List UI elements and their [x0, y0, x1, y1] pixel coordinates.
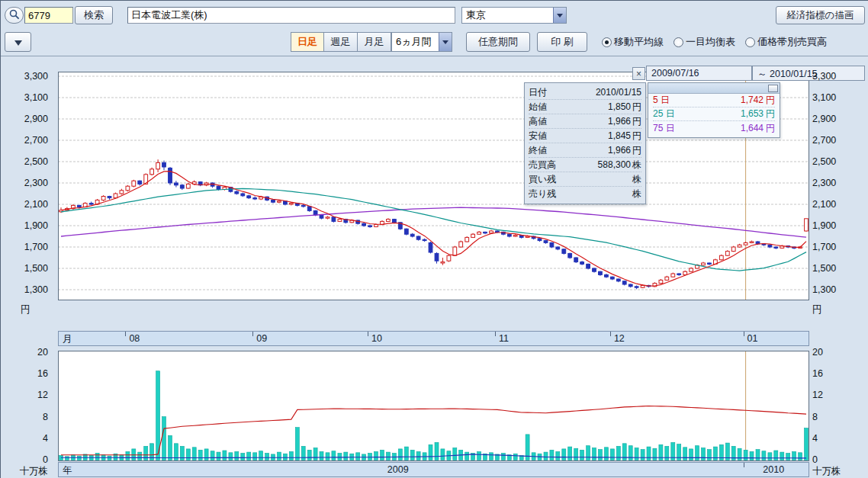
- price-axis-label: 2,900: [4, 113, 48, 125]
- legend-row: 75 日1,644円: [653, 121, 775, 135]
- period-select[interactable]: 6ヵ月間: [391, 32, 452, 52]
- price-axis-label: 1,900: [4, 220, 48, 232]
- volume-axis-unit: 十万株: [4, 465, 48, 477]
- legend-ma-label: 75 日: [653, 122, 675, 135]
- legend-row: 5 日1,742円: [653, 94, 775, 107]
- search-icon-button[interactable]: [5, 7, 24, 24]
- search-icon: [8, 8, 21, 21]
- overlay-radio-group: 移動平均線 一目均衡表 価格帯別売買高: [602, 32, 827, 52]
- year-label: 2009: [387, 464, 409, 475]
- price-axis-label: 3,100: [4, 91, 48, 104]
- price-axis-label: 3,100: [812, 91, 857, 104]
- tab-weekly[interactable]: 週足: [324, 32, 358, 52]
- legend-ma-label: 25 日: [653, 107, 675, 120]
- info-value: 588,300株: [598, 159, 641, 172]
- close-icon[interactable]: ×: [632, 67, 645, 80]
- tab-daily[interactable]: 日足: [291, 32, 324, 52]
- info-label: 安値: [529, 130, 547, 143]
- month-label: 11: [499, 333, 509, 344]
- price-axis-label: 2,500: [4, 156, 48, 168]
- month-boundary-tick: [744, 332, 744, 336]
- price-axis-label: 2,500: [812, 156, 857, 168]
- radio-label: 移動平均線: [614, 35, 664, 49]
- price-axis-label: 3,300: [812, 70, 857, 82]
- volume-chart[interactable]: [58, 351, 809, 461]
- info-row: 終値1,966円: [529, 143, 641, 158]
- legend-minimize-button[interactable]: [768, 85, 778, 92]
- period-value: 6ヵ月間: [392, 35, 439, 49]
- month-boundary-tick: [252, 332, 253, 336]
- legend-ma-label: 5 日: [653, 94, 670, 107]
- legend-header: [648, 83, 780, 94]
- month-boundary-tick: [125, 332, 126, 336]
- chart-region: 円 円 月080910111201 十万株 十万株 年20092010 × 20…: [1, 56, 868, 478]
- volume-axis-label: 8: [812, 411, 857, 423]
- month-label: 08: [129, 333, 140, 344]
- volume-axis-label: 4: [4, 432, 48, 444]
- month-label: 09: [256, 333, 267, 344]
- info-label: 売り残: [529, 188, 556, 201]
- info-row: 高値1,966円: [529, 114, 641, 129]
- stock-code-input[interactable]: [24, 7, 73, 24]
- print-button[interactable]: 印 刷: [537, 32, 587, 52]
- search-button[interactable]: 検索: [75, 6, 113, 24]
- price-axis-label: 2,900: [812, 113, 857, 125]
- radio-label: 一目均衡表: [686, 35, 735, 49]
- info-label: 始値: [529, 101, 547, 114]
- radio-icon: [745, 37, 755, 47]
- volume-axis-label: 20: [812, 346, 857, 358]
- volume-axis-label: 20: [4, 346, 48, 358]
- price-axis-unit: 円: [21, 303, 31, 316]
- volume-axis-label: 12: [812, 389, 857, 401]
- price-axis-label: 1,300: [4, 284, 48, 296]
- economic-indicators-button[interactable]: 経済指標の描画: [776, 6, 865, 24]
- info-value: 1,845円: [608, 130, 641, 143]
- month-boundary-tick: [495, 332, 496, 336]
- stock-name-input[interactable]: [127, 7, 455, 24]
- info-row: 日付2010/01/15: [529, 85, 641, 100]
- volume-axis-label: 12: [4, 389, 48, 401]
- price-axis-label: 2,100: [812, 198, 857, 210]
- price-axis-label: 1,700: [812, 241, 857, 253]
- radio-icon: [674, 37, 683, 47]
- info-row: 始値1,850円: [529, 100, 641, 114]
- month-label: 01: [747, 333, 758, 344]
- price-axis-label: 3,300: [4, 70, 48, 82]
- chart-tools-dropdown-button[interactable]: [5, 32, 31, 52]
- custom-period-button[interactable]: 任意期間: [466, 32, 530, 52]
- info-row: 安値1,845円: [529, 129, 641, 143]
- info-label: 日付: [529, 86, 547, 99]
- legend-row: 25 日1,653円: [653, 107, 775, 121]
- price-axis-label: 2,700: [4, 134, 48, 146]
- info-row: 買い残株: [529, 172, 641, 187]
- legend-ma-value: 1,742円: [741, 94, 775, 107]
- info-label: 売買高: [529, 159, 556, 172]
- price-axis-label: 1,700: [4, 241, 48, 253]
- legend-ma-value: 1,653円: [741, 107, 775, 120]
- radio-ichimoku[interactable]: 一目均衡表: [674, 35, 735, 49]
- price-axis-label: 1,500: [812, 262, 857, 274]
- month-boundary-tick: [368, 332, 368, 336]
- volume-axis-label: 0: [812, 454, 857, 466]
- volume-axis-label: 4: [812, 432, 857, 444]
- price-axis-label: 2,300: [812, 177, 857, 189]
- info-label: 終値: [529, 144, 547, 157]
- chevron-down-icon[interactable]: [439, 33, 452, 51]
- exchange-select[interactable]: 東京: [461, 7, 567, 24]
- date-range-separator: ～: [757, 69, 767, 79]
- volume-axis-label: 16: [812, 367, 857, 380]
- info-label: 高値: [529, 115, 547, 128]
- chevron-down-icon: [14, 40, 22, 46]
- volume-axis-label: 0: [4, 454, 48, 466]
- timeframe-tabs: 日足 週足 月足: [291, 32, 391, 52]
- price-axis-label: 1,300: [812, 284, 857, 296]
- legend-ma-value: 1,644円: [741, 122, 775, 135]
- chevron-down-icon[interactable]: [553, 8, 566, 23]
- radio-moving-average[interactable]: 移動平均線: [602, 35, 664, 49]
- price-axis-label: 2,100: [4, 198, 48, 210]
- volume-axis-label: 16: [4, 367, 48, 380]
- ohlc-info-panel: 日付2010/01/15始値1,850円高値1,966円安値1,845円終値1,…: [524, 82, 646, 204]
- radio-volume-by-price[interactable]: 価格帯別売買高: [745, 35, 827, 49]
- date-range-start[interactable]: 2009/07/16: [646, 66, 752, 81]
- tab-monthly[interactable]: 月足: [358, 32, 391, 52]
